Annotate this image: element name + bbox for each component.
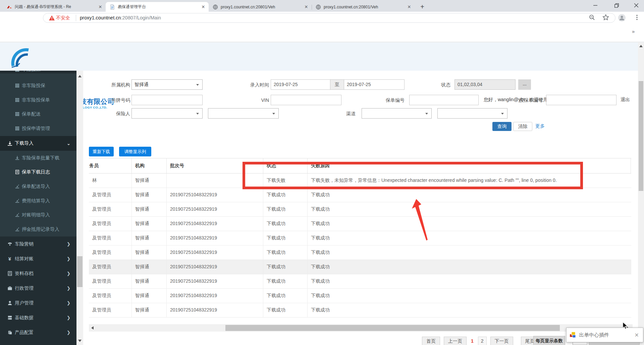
sidebar-scrollbar-thumb[interactable]: [77, 256, 83, 287]
org-select[interactable]: 智择通: [131, 79, 203, 90]
page-prev-button[interactable]: 上一页: [444, 337, 467, 345]
table-row[interactable]: 及管理员智择通201907251048322919下载成功下载成功: [89, 231, 631, 246]
sidebar-item-费用结算导入[interactable]: 费用结算导入: [0, 194, 76, 208]
bookmarks-overflow-icon[interactable]: »: [632, 28, 635, 34]
popup-close-icon[interactable]: ✕: [635, 332, 639, 338]
proposal-no-input[interactable]: [546, 95, 616, 105]
sidebar-item-押金抵用记录导入[interactable]: 押金抵用记录导入: [0, 222, 76, 236]
grid-icon: [14, 83, 20, 88]
adjust-columns-button[interactable]: 调整显示列: [119, 147, 151, 156]
chevron-right-icon: ❯: [67, 330, 70, 335]
table-row[interactable]: 及管理员智择通201907251048322919下载成功下载成功: [89, 246, 631, 260]
bookmark-star-icon[interactable]: [602, 14, 610, 22]
sidebar-item-基础数据[interactable]: 基础数据❯: [0, 310, 76, 325]
sidebar-item-车险保单批量下载[interactable]: 车险保单批量下载: [0, 151, 76, 165]
table-cell: 及管理员: [89, 231, 132, 245]
new-tab-button[interactable]: +: [418, 3, 427, 11]
sidebar-item-非车险投保单[interactable]: 非车险投保单: [0, 93, 76, 107]
more-link[interactable]: 更多: [535, 123, 545, 129]
channel-select-2[interactable]: [437, 108, 507, 119]
logout-link[interactable]: 退出: [621, 97, 630, 102]
sidebar-scrollbar[interactable]: [76, 71, 83, 345]
sidebar-scroll-up-icon[interactable]: [78, 75, 82, 77]
security-warning-icon[interactable]: [49, 15, 55, 20]
table-row[interactable]: 及管理员智择通201907251048322919下载成功下载成功: [89, 188, 631, 202]
clear-button[interactable]: 清除: [513, 122, 532, 131]
tab-close-icon[interactable]: ✕: [407, 4, 412, 10]
page-next-button[interactable]: 下一页: [490, 337, 513, 345]
date-to-label: 至: [330, 79, 344, 90]
table-cell: 下载成功: [263, 303, 308, 317]
window-close-button[interactable]: [629, 0, 644, 11]
zoom-out-icon[interactable]: [589, 14, 597, 22]
profile-avatar[interactable]: [618, 14, 626, 22]
status-more-button[interactable]: ...: [518, 79, 531, 90]
sidebar-item-投保申请管理[interactable]: 投保申请管理: [0, 121, 76, 136]
page-scrollbar-thumb[interactable]: [639, 81, 643, 191]
table-row[interactable]: 及管理员智择通201907251048322919下载成功下载成功: [89, 260, 631, 274]
sidebar-item-车险投保[interactable]: 车险投保: [0, 71, 76, 73]
plate-label: 号牌号码: [97, 97, 130, 103]
grid-icon: [14, 98, 20, 102]
status-label: 状态: [417, 82, 450, 88]
sidebar-item-下载导入[interactable]: 下载导入⌄: [0, 136, 76, 151]
url-text[interactable]: proxy1.countnet.cn:20807/Login/Main: [80, 15, 161, 20]
sidebar-item-非车险投保[interactable]: 非车险投保: [0, 78, 76, 93]
policy-no-label: 保单编号: [371, 97, 405, 103]
insurer-select-1[interactable]: [131, 108, 203, 119]
sidebar-item-资料存档[interactable]: 资料存档❯: [0, 266, 76, 281]
grid-icon: [14, 112, 20, 116]
channel-select-1[interactable]: [362, 108, 432, 119]
table-row[interactable]: 及管理员智择通201907251048322919下载成功下载成功: [89, 289, 631, 303]
window-restore-button[interactable]: [609, 0, 624, 11]
table-scroll-left-icon[interactable]: [91, 326, 94, 330]
security-label[interactable]: 不安全: [56, 15, 70, 21]
tab-close-icon[interactable]: ✕: [201, 4, 206, 10]
page-number-current[interactable]: 1: [470, 337, 474, 345]
tab-close-icon[interactable]: ✕: [98, 4, 103, 10]
sidebar-item-车险营销[interactable]: 车险营销❯: [0, 237, 76, 251]
sidebar-item-产品配置[interactable]: 产品配置❯: [0, 325, 76, 340]
page-first-button[interactable]: 首页: [422, 337, 440, 345]
sidebar-item-对账明细导入[interactable]: 对账明细导入: [0, 208, 76, 222]
redownload-button[interactable]: 重新下载: [89, 147, 114, 156]
sidebar-item-保单配送导入[interactable]: 保单配送导入: [0, 179, 76, 194]
browser-tab-2[interactable]: 易保通管理平台✕: [106, 2, 209, 12]
table-row[interactable]: 及管理员智择通201907251048322919下载成功下载成功: [89, 202, 631, 217]
import-icon: [14, 213, 20, 217]
page-number-2[interactable]: 2: [478, 337, 487, 345]
tab-close-icon[interactable]: ✕: [304, 4, 309, 10]
vin-input[interactable]: [271, 95, 341, 105]
search-button[interactable]: 查询: [492, 122, 512, 131]
date-to-input[interactable]: 2019-07-25: [344, 79, 405, 90]
sidebar-scroll-down-icon[interactable]: [78, 340, 82, 342]
page-scroll-up-icon[interactable]: [639, 45, 643, 47]
browser-tab-4[interactable]: proxy1.countnet.cn:20801/Veh✕: [312, 2, 415, 12]
policy-no-input[interactable]: [409, 95, 479, 105]
status-input[interactable]: 01,02,03,04: [454, 79, 516, 90]
table-row[interactable]: 及管理员智择通201907251048322919下载成功下载成功: [89, 217, 631, 231]
sidebar-item-保单配送[interactable]: 保单配送: [0, 107, 76, 121]
table-cell: 及管理员: [89, 260, 132, 274]
table-row[interactable]: 及管理员智择通201907251048322919下载成功下载成功: [89, 303, 631, 318]
table-scrollbar-thumb[interactable]: [225, 325, 560, 331]
sidebar-item-结算对账[interactable]: ¥结算对账❯: [0, 252, 76, 266]
plate-input[interactable]: [131, 95, 203, 105]
sidebar-item-行政管理[interactable]: 行政管理❯: [0, 281, 76, 295]
browser-menu-icon[interactable]: [634, 14, 642, 22]
browser-tab-1[interactable]: 问题 - 易保通-B/S管理系统 - Re✕: [3, 2, 106, 12]
browser-tab-3[interactable]: proxy1.countnet.cn:20801/Veh✕: [209, 2, 312, 12]
sidebar-item-用户管理[interactable]: 用户管理❯: [0, 296, 76, 310]
insurer-select-2[interactable]: [208, 108, 279, 119]
chevron-down-icon: ⌄: [67, 141, 70, 146]
date-from-input[interactable]: 2019-07-25: [271, 79, 330, 90]
table-cell: 下载成功: [263, 246, 308, 260]
window-minimize-button[interactable]: [588, 0, 603, 11]
entry-date-label: 录入时间: [235, 82, 269, 88]
url-separator: [76, 15, 76, 21]
chevron-right-icon: ❯: [67, 300, 70, 305]
tab-separator: [312, 5, 312, 10]
table-cell: 智择通: [132, 202, 167, 216]
sidebar-item-保单下载日志[interactable]: 保单下载日志: [0, 165, 76, 179]
table-row[interactable]: 及管理员智择通201907251048322919下载成功下载成功: [89, 274, 631, 289]
